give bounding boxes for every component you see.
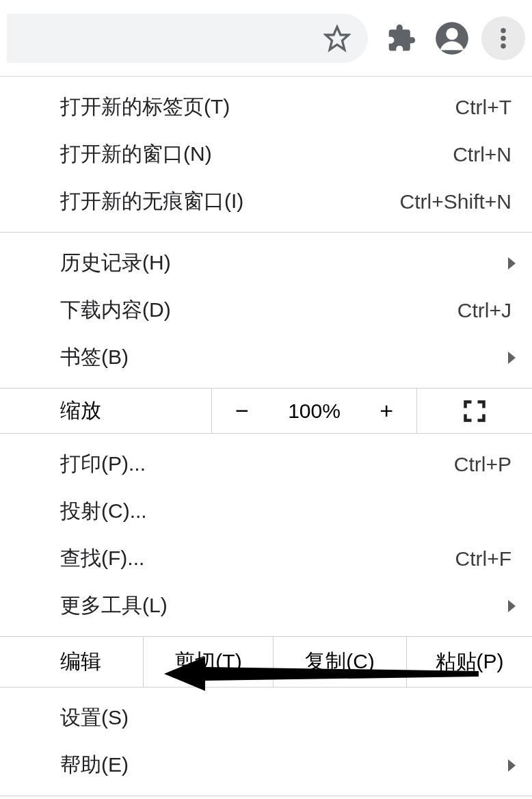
menu-item-label: 打开新的窗口(N) (60, 140, 212, 168)
zoom-controls: − 100% + (212, 389, 417, 433)
menu-item-shortcut: Ctrl+T (455, 96, 512, 119)
menu-item-label: 打开新的标签页(T) (60, 93, 230, 121)
svg-point-2 (446, 27, 457, 39)
svg-marker-0 (325, 27, 348, 49)
menu-item-shortcut: Ctrl+J (457, 299, 511, 322)
submenu-arrow-icon (508, 257, 516, 270)
edit-paste-button[interactable]: 粘贴(P) (407, 637, 532, 687)
menu-section-actions: 打印(P)... Ctrl+P 投射(C)... 查找(F)... Ctrl+F… (0, 434, 532, 637)
edit-label: 编辑 (0, 637, 144, 687)
menu-new-incognito[interactable]: 打开新的无痕窗口(I) Ctrl+Shift+N (0, 178, 532, 225)
edit-cut-button[interactable]: 剪切(T) (144, 637, 274, 687)
menu-downloads[interactable]: 下载内容(D) Ctrl+J (0, 287, 532, 334)
menu-item-shortcut: Ctrl+F (455, 547, 512, 571)
submenu-arrow-icon (508, 352, 516, 364)
menu-section-open: 打开新的标签页(T) Ctrl+T 打开新的窗口(N) Ctrl+N 打开新的无… (0, 77, 532, 233)
zoom-in-button[interactable]: + (373, 397, 400, 424)
omnibox[interactable] (7, 14, 368, 63)
more-menu-button[interactable] (481, 16, 525, 60)
main-menu: 打开新的标签页(T) Ctrl+T 打开新的窗口(N) Ctrl+N 打开新的无… (0, 77, 532, 799)
menu-item-label: 投射(C)... (60, 497, 147, 525)
menu-help[interactable]: 帮助(E) (0, 742, 532, 789)
menu-history[interactable]: 历史记录(H) (0, 239, 532, 287)
menu-item-label: 打开新的无痕窗口(I) (60, 187, 243, 215)
menu-new-window[interactable]: 打开新的窗口(N) Ctrl+N (0, 131, 532, 178)
extensions-icon[interactable] (380, 17, 423, 60)
fullscreen-icon (462, 399, 487, 423)
profile-icon[interactable] (431, 17, 473, 60)
menu-item-label: 设置(S) (60, 704, 129, 732)
menu-print[interactable]: 打印(P)... Ctrl+P (0, 441, 532, 488)
svg-point-3 (501, 28, 506, 34)
menu-section-exit: 退出(X) (0, 796, 532, 799)
menu-edit-row: 编辑 剪切(T) 复制(C) 粘贴(P) (0, 637, 532, 687)
menu-item-label: 帮助(E) (60, 751, 129, 779)
menu-item-shortcut: Ctrl+N (453, 143, 511, 166)
zoom-value: 100% (288, 400, 341, 423)
menu-item-label: 下载内容(D) (60, 296, 171, 324)
menu-section-settings: 设置(S) 帮助(E) (0, 687, 532, 796)
menu-settings[interactable]: 设置(S) (0, 694, 532, 742)
fullscreen-button[interactable] (417, 389, 532, 433)
menu-zoom-row: 缩放 − 100% + (0, 389, 532, 434)
menu-item-label: 书签(B) (60, 343, 129, 371)
menu-item-shortcut: Ctrl+Shift+N (400, 190, 511, 213)
menu-item-label: 更多工具(L) (60, 592, 168, 620)
menu-cast[interactable]: 投射(C)... (0, 488, 532, 535)
menu-item-label: 查找(F)... (60, 545, 144, 573)
svg-point-4 (501, 36, 506, 41)
zoom-out-button[interactable]: − (228, 397, 256, 424)
menu-new-tab[interactable]: 打开新的标签页(T) Ctrl+T (0, 83, 532, 131)
browser-toolbar (0, 0, 532, 77)
zoom-label: 缩放 (0, 389, 212, 433)
kebab-icon (501, 28, 506, 49)
submenu-arrow-icon (508, 759, 516, 772)
menu-find[interactable]: 查找(F)... Ctrl+F (0, 535, 532, 582)
edit-copy-button[interactable]: 复制(C) (274, 637, 407, 687)
menu-item-label: 历史记录(H) (60, 249, 171, 277)
menu-item-label: 打印(P)... (60, 450, 146, 478)
menu-more-tools[interactable]: 更多工具(L) (0, 582, 532, 629)
menu-item-shortcut: Ctrl+P (454, 453, 511, 476)
menu-section-data: 历史记录(H) 下载内容(D) Ctrl+J 书签(B) (0, 233, 532, 389)
menu-bookmarks[interactable]: 书签(B) (0, 334, 532, 381)
star-icon[interactable] (323, 25, 351, 52)
submenu-arrow-icon (508, 600, 516, 612)
svg-point-5 (501, 43, 506, 49)
